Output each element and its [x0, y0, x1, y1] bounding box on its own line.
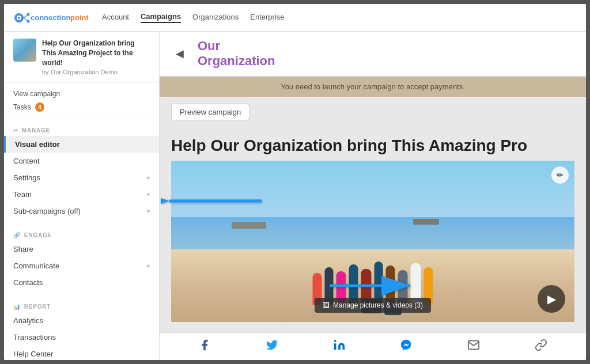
campaign-title: Help Our Organization bring This Amazing… [42, 39, 150, 67]
report-icon: 📊 [13, 304, 21, 310]
svg-point-9 [334, 340, 336, 342]
svg-text:connection: connection [31, 13, 70, 22]
sidebar-quick-links: View campaign Tasks 4 [4, 83, 159, 119]
scissors-icon: ✂ [13, 127, 18, 134]
campaign-main-title: Help Our Organization bring This Amazing… [160, 127, 586, 161]
svg-text:point: point [70, 13, 88, 22]
image-icon: 🖼 [323, 301, 330, 309]
chevron-icon: ▾ [147, 263, 150, 269]
sidebar-item-content[interactable]: Content [4, 153, 159, 169]
collapse-sidebar-button[interactable]: ◀ [171, 43, 188, 65]
svg-point-4 [27, 13, 30, 16]
logo-svg: connection point [13, 10, 88, 26]
manage-pictures-tooltip[interactable]: 🖼 Manage pictures & videos (3) [315, 298, 431, 313]
sidebar-section-engage: 🔗 ENGAGE Share Communicate ▾ Contacts [4, 224, 159, 295]
svg-point-2 [18, 17, 20, 19]
social-bar [160, 332, 586, 360]
sidebar-item-contacts[interactable]: Contacts [4, 274, 159, 291]
sidebar-section-report: 📊 REPORT Analytics Transactions Help Cen… [4, 295, 159, 360]
link-share-icon[interactable] [535, 339, 547, 354]
preview-campaign-button[interactable]: Preview campaign [171, 104, 249, 120]
pencil-icon: ✏ [557, 170, 563, 180]
sidebar: Help Our Organization bring This Amazing… [4, 32, 160, 360]
sidebar-item-sub-campaigns[interactable]: Sub-campaigns (off) ▾ [4, 203, 159, 219]
sidebar-item-share[interactable]: Share [4, 241, 159, 257]
nav-account[interactable]: Account [102, 13, 129, 22]
sidebar-section-manage: ✂ MANAGE Visual editor Content Settings … [4, 119, 159, 224]
sidebar-item-communicate[interactable]: Communicate ▾ [4, 257, 159, 274]
sidebar-item-visual-editor[interactable]: Visual editor [4, 136, 159, 153]
tasks-link[interactable]: Tasks 4 [13, 100, 150, 114]
engage-icon: 🔗 [13, 232, 21, 238]
svg-point-6 [27, 20, 30, 22]
messenger-share-icon[interactable] [400, 339, 413, 354]
campaign-header: Help Our Organization bring This Amazing… [4, 32, 159, 83]
chevron-icon: ▾ [147, 175, 150, 181]
play-button[interactable]: ▶ [538, 285, 565, 313]
facebook-share-icon[interactable] [198, 339, 211, 354]
campaign-image-wrapper: ✏ ▶ 🖼 Manage pictures & videos (3) [171, 161, 574, 322]
sidebar-item-team[interactable]: Team ▾ [4, 186, 159, 203]
linkedin-share-icon[interactable] [333, 339, 346, 354]
section-title-engage: 🔗 ENGAGE [4, 229, 159, 241]
twitter-share-icon[interactable] [266, 339, 278, 354]
play-icon: ▶ [547, 292, 556, 306]
section-title-manage: ✂ MANAGE [4, 124, 159, 136]
main-layout: Help Our Organization bring This Amazing… [4, 32, 586, 360]
edit-icon[interactable]: ✏ [551, 166, 569, 184]
sidebar-item-help-center[interactable]: Help Center [4, 346, 159, 360]
campaign-thumbnail [13, 39, 36, 62]
preview-btn-row: Preview campaign [160, 97, 586, 127]
section-title-report: 📊 REPORT [4, 300, 159, 312]
logo: connection point [13, 10, 88, 26]
chevron-icon: ▾ [147, 208, 150, 214]
alert-banner: You need to launch your campaign to acce… [160, 77, 586, 97]
nav-campaigns[interactable]: Campaigns [141, 12, 181, 23]
page-header: ◀ Our Organization [160, 32, 586, 77]
sidebar-item-transactions[interactable]: Transactions [4, 329, 159, 346]
view-campaign-link[interactable]: View campaign [13, 88, 150, 100]
campaign-org: by Our Organization Demo [42, 69, 150, 75]
nav-enterprise[interactable]: Enterprise [250, 13, 284, 22]
right-content: ◀ Our Organization You need to launch yo… [160, 32, 586, 360]
page-title: Our Organization [198, 39, 275, 69]
email-share-icon[interactable] [467, 339, 480, 354]
tasks-badge: 4 [35, 103, 44, 112]
chevron-icon: ▾ [147, 191, 150, 198]
nav-links: Account Campaigns Organizations Enterpri… [102, 12, 285, 23]
sidebar-item-analytics[interactable]: Analytics [4, 312, 159, 329]
nav-organizations[interactable]: Organizations [192, 13, 239, 22]
campaign-content: Preview campaign Help Our Organization b… [160, 97, 586, 332]
top-navigation: connection point Account Campaigns Organ… [4, 4, 586, 32]
sidebar-item-settings[interactable]: Settings ▾ [4, 169, 159, 186]
